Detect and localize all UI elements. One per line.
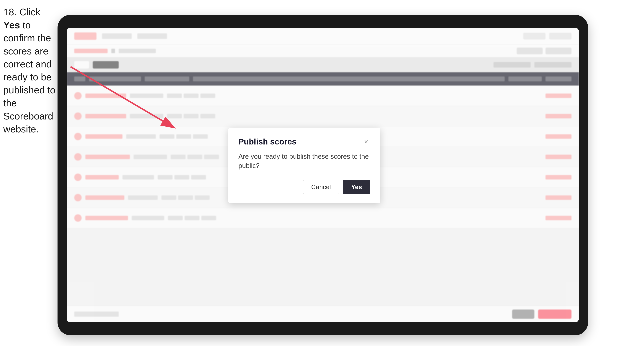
row-num (74, 194, 82, 201)
data-cell-s2 (176, 134, 191, 139)
tablet-device: Publish scores × Are you ready to publis… (58, 15, 588, 335)
breadcrumb-1 (74, 49, 108, 53)
data-cell-s2 (184, 216, 200, 220)
data-cell-name (85, 114, 126, 118)
data-cell-s1 (171, 155, 186, 159)
text-before-bold: Click (17, 7, 40, 17)
data-cell-total (546, 155, 572, 159)
toolbar-btn-score (93, 61, 119, 69)
data-cell-club (130, 114, 163, 118)
row-num (74, 112, 82, 120)
row-num (74, 133, 82, 140)
data-cell-name (85, 94, 126, 98)
app-toolbar (67, 57, 579, 72)
data-cell-s1 (158, 175, 172, 179)
modal-close-button[interactable]: × (362, 138, 370, 146)
bold-yes: Yes (3, 20, 20, 30)
data-cell-club (130, 94, 163, 98)
data-cell-name (85, 195, 124, 200)
col-h-score (193, 76, 505, 81)
data-cell-s3 (200, 94, 215, 98)
data-cell-club (126, 134, 156, 139)
data-cell-club (128, 195, 158, 200)
data-cell-s2 (174, 175, 189, 179)
row-num (74, 92, 82, 99)
app-header (67, 28, 579, 44)
yes-button[interactable]: Yes (343, 180, 370, 194)
col-h-club (145, 76, 189, 81)
sub-header-btn-1 (517, 48, 543, 54)
publish-scores-modal: Publish scores × Are you ready to publis… (228, 128, 380, 203)
app-sub-header (67, 44, 579, 57)
footer-publish-btn (538, 310, 572, 319)
row-num (74, 153, 82, 161)
data-cell-s2 (178, 195, 193, 200)
header-btn-2 (549, 33, 572, 39)
app-footer (67, 306, 579, 322)
toolbar-btn-back (74, 61, 89, 69)
table-row (67, 208, 579, 228)
table-row (67, 106, 579, 126)
data-cell-s2 (184, 114, 198, 118)
sub-header-btn-2 (546, 48, 572, 54)
data-cell-s2 (184, 94, 198, 98)
data-cell-name (85, 175, 119, 179)
tablet-screen: Publish scores × Are you ready to publis… (67, 28, 579, 322)
data-cell-s3 (193, 134, 208, 139)
data-cell-total (546, 134, 572, 139)
cancel-button[interactable]: Cancel (303, 180, 339, 194)
data-cell-name (85, 134, 122, 139)
text-after-bold: to confirm the scores are correct and re… (3, 20, 55, 135)
footer-save-btn (512, 310, 534, 319)
modal-footer: Cancel Yes (238, 180, 370, 194)
app-logo (74, 32, 96, 40)
column-headers (67, 72, 579, 86)
col-h-name (89, 76, 141, 81)
header-btn-1 (523, 33, 546, 39)
data-cell-s3 (201, 216, 216, 220)
row-num (74, 214, 82, 222)
row-num (74, 173, 82, 181)
col-h-action (546, 76, 572, 81)
data-cell-club (122, 175, 154, 179)
data-cell-s1 (168, 216, 183, 220)
modal-header: Publish scores × (238, 137, 370, 146)
data-cell-name (85, 216, 128, 220)
modal-title: Publish scores (238, 137, 296, 146)
data-cell-s3 (204, 155, 219, 159)
data-cell-club (134, 155, 167, 159)
data-cell-total (546, 175, 572, 179)
data-cell-s3 (195, 195, 210, 200)
footer-entries-text (74, 312, 119, 317)
col-h-total (508, 76, 542, 81)
toolbar-info-2 (534, 62, 572, 68)
data-cell-s3 (200, 114, 215, 118)
data-cell-s3 (191, 175, 206, 179)
data-cell-s1 (162, 195, 176, 200)
breadcrumb-sep (111, 49, 115, 53)
data-cell-total (546, 114, 572, 118)
instruction-text: 18. Click Yes to confirm the scores are … (3, 5, 57, 136)
data-cell-s1 (167, 94, 182, 98)
toolbar-info (494, 62, 531, 68)
step-number: 18. (3, 7, 17, 17)
data-cell-club (132, 216, 164, 220)
table-row (67, 86, 579, 106)
data-cell-s2 (188, 155, 202, 159)
modal-body-text: Are you ready to publish these scores to… (238, 152, 370, 171)
header-right (523, 33, 572, 39)
nav-item-1 (102, 33, 132, 39)
data-cell-s1 (167, 114, 182, 118)
sub-header-right (517, 48, 572, 54)
col-h-place (74, 76, 85, 81)
data-cell-s1 (160, 134, 174, 139)
nav-item-2 (137, 33, 167, 39)
data-cell-name (85, 155, 130, 159)
breadcrumb-2 (119, 49, 156, 53)
data-cell-total (546, 94, 572, 98)
data-cell-total (546, 195, 572, 200)
data-cell-total (546, 216, 572, 220)
